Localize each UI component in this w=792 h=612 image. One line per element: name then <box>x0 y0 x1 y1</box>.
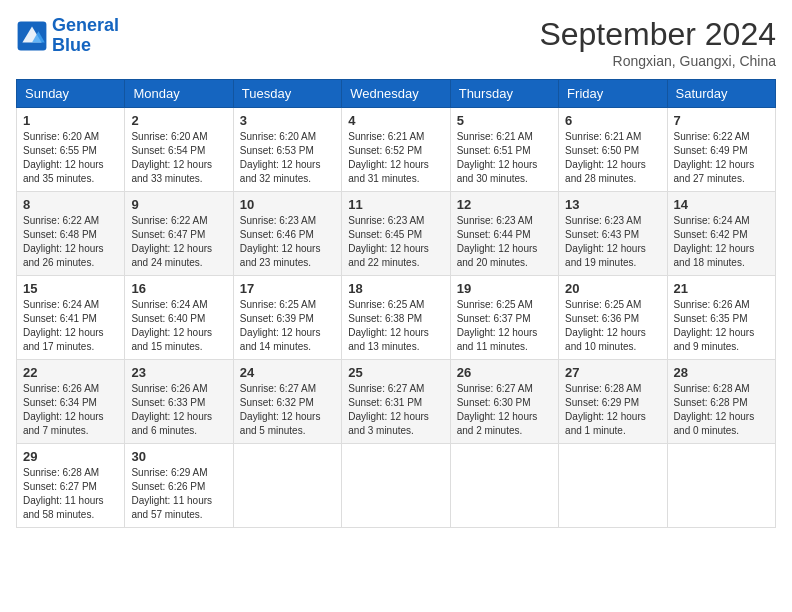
day-info: Sunrise: 6:26 AM Sunset: 6:33 PM Dayligh… <box>131 382 226 438</box>
calendar-cell: 26Sunrise: 6:27 AM Sunset: 6:30 PM Dayli… <box>450 360 558 444</box>
title-block: September 2024 Rongxian, Guangxi, China <box>539 16 776 69</box>
day-info: Sunrise: 6:27 AM Sunset: 6:31 PM Dayligh… <box>348 382 443 438</box>
day-number: 12 <box>457 197 552 212</box>
calendar-cell <box>450 444 558 528</box>
day-info: Sunrise: 6:22 AM Sunset: 6:48 PM Dayligh… <box>23 214 118 270</box>
day-number: 29 <box>23 449 118 464</box>
calendar-cell: 6Sunrise: 6:21 AM Sunset: 6:50 PM Daylig… <box>559 108 667 192</box>
day-number: 22 <box>23 365 118 380</box>
day-number: 18 <box>348 281 443 296</box>
calendar-cell: 1Sunrise: 6:20 AM Sunset: 6:55 PM Daylig… <box>17 108 125 192</box>
calendar-week-row: 29Sunrise: 6:28 AM Sunset: 6:27 PM Dayli… <box>17 444 776 528</box>
day-info: Sunrise: 6:27 AM Sunset: 6:30 PM Dayligh… <box>457 382 552 438</box>
day-info: Sunrise: 6:28 AM Sunset: 6:27 PM Dayligh… <box>23 466 118 522</box>
day-info: Sunrise: 6:25 AM Sunset: 6:36 PM Dayligh… <box>565 298 660 354</box>
calendar-cell: 3Sunrise: 6:20 AM Sunset: 6:53 PM Daylig… <box>233 108 341 192</box>
day-number: 19 <box>457 281 552 296</box>
day-number: 23 <box>131 365 226 380</box>
location: Rongxian, Guangxi, China <box>539 53 776 69</box>
day-number: 10 <box>240 197 335 212</box>
day-number: 5 <box>457 113 552 128</box>
day-info: Sunrise: 6:25 AM Sunset: 6:37 PM Dayligh… <box>457 298 552 354</box>
day-number: 14 <box>674 197 769 212</box>
calendar-cell: 22Sunrise: 6:26 AM Sunset: 6:34 PM Dayli… <box>17 360 125 444</box>
day-of-week-header: Friday <box>559 80 667 108</box>
day-info: Sunrise: 6:21 AM Sunset: 6:51 PM Dayligh… <box>457 130 552 186</box>
day-of-week-header: Thursday <box>450 80 558 108</box>
day-number: 26 <box>457 365 552 380</box>
day-number: 9 <box>131 197 226 212</box>
day-info: Sunrise: 6:21 AM Sunset: 6:52 PM Dayligh… <box>348 130 443 186</box>
day-number: 13 <box>565 197 660 212</box>
day-info: Sunrise: 6:27 AM Sunset: 6:32 PM Dayligh… <box>240 382 335 438</box>
calendar-cell: 19Sunrise: 6:25 AM Sunset: 6:37 PM Dayli… <box>450 276 558 360</box>
calendar-cell: 2Sunrise: 6:20 AM Sunset: 6:54 PM Daylig… <box>125 108 233 192</box>
day-info: Sunrise: 6:28 AM Sunset: 6:28 PM Dayligh… <box>674 382 769 438</box>
day-info: Sunrise: 6:23 AM Sunset: 6:46 PM Dayligh… <box>240 214 335 270</box>
day-info: Sunrise: 6:26 AM Sunset: 6:34 PM Dayligh… <box>23 382 118 438</box>
calendar-cell <box>233 444 341 528</box>
calendar-cell: 20Sunrise: 6:25 AM Sunset: 6:36 PM Dayli… <box>559 276 667 360</box>
calendar-cell: 18Sunrise: 6:25 AM Sunset: 6:38 PM Dayli… <box>342 276 450 360</box>
calendar-cell: 23Sunrise: 6:26 AM Sunset: 6:33 PM Dayli… <box>125 360 233 444</box>
day-number: 25 <box>348 365 443 380</box>
day-info: Sunrise: 6:25 AM Sunset: 6:39 PM Dayligh… <box>240 298 335 354</box>
logo-text: General Blue <box>52 16 119 56</box>
calendar-cell: 21Sunrise: 6:26 AM Sunset: 6:35 PM Dayli… <box>667 276 775 360</box>
day-of-week-header: Tuesday <box>233 80 341 108</box>
day-info: Sunrise: 6:23 AM Sunset: 6:44 PM Dayligh… <box>457 214 552 270</box>
day-info: Sunrise: 6:24 AM Sunset: 6:40 PM Dayligh… <box>131 298 226 354</box>
logo-line2: Blue <box>52 35 91 55</box>
calendar-cell <box>559 444 667 528</box>
calendar-cell: 5Sunrise: 6:21 AM Sunset: 6:51 PM Daylig… <box>450 108 558 192</box>
day-info: Sunrise: 6:23 AM Sunset: 6:45 PM Dayligh… <box>348 214 443 270</box>
calendar-cell: 24Sunrise: 6:27 AM Sunset: 6:32 PM Dayli… <box>233 360 341 444</box>
day-number: 6 <box>565 113 660 128</box>
calendar-table: SundayMondayTuesdayWednesdayThursdayFrid… <box>16 79 776 528</box>
day-number: 30 <box>131 449 226 464</box>
day-number: 15 <box>23 281 118 296</box>
logo-icon <box>16 20 48 52</box>
calendar-cell: 10Sunrise: 6:23 AM Sunset: 6:46 PM Dayli… <box>233 192 341 276</box>
day-number: 2 <box>131 113 226 128</box>
day-info: Sunrise: 6:24 AM Sunset: 6:41 PM Dayligh… <box>23 298 118 354</box>
calendar-cell <box>342 444 450 528</box>
day-number: 17 <box>240 281 335 296</box>
day-info: Sunrise: 6:23 AM Sunset: 6:43 PM Dayligh… <box>565 214 660 270</box>
calendar-header-row: SundayMondayTuesdayWednesdayThursdayFrid… <box>17 80 776 108</box>
calendar-cell: 12Sunrise: 6:23 AM Sunset: 6:44 PM Dayli… <box>450 192 558 276</box>
day-info: Sunrise: 6:22 AM Sunset: 6:49 PM Dayligh… <box>674 130 769 186</box>
logo: General Blue <box>16 16 119 56</box>
day-of-week-header: Saturday <box>667 80 775 108</box>
day-number: 8 <box>23 197 118 212</box>
calendar-cell: 4Sunrise: 6:21 AM Sunset: 6:52 PM Daylig… <box>342 108 450 192</box>
day-number: 28 <box>674 365 769 380</box>
day-number: 16 <box>131 281 226 296</box>
day-info: Sunrise: 6:25 AM Sunset: 6:38 PM Dayligh… <box>348 298 443 354</box>
calendar-cell: 30Sunrise: 6:29 AM Sunset: 6:26 PM Dayli… <box>125 444 233 528</box>
calendar-week-row: 8Sunrise: 6:22 AM Sunset: 6:48 PM Daylig… <box>17 192 776 276</box>
calendar-cell: 29Sunrise: 6:28 AM Sunset: 6:27 PM Dayli… <box>17 444 125 528</box>
month-title: September 2024 <box>539 16 776 53</box>
day-number: 7 <box>674 113 769 128</box>
day-info: Sunrise: 6:24 AM Sunset: 6:42 PM Dayligh… <box>674 214 769 270</box>
calendar-cell: 11Sunrise: 6:23 AM Sunset: 6:45 PM Dayli… <box>342 192 450 276</box>
calendar-cell: 9Sunrise: 6:22 AM Sunset: 6:47 PM Daylig… <box>125 192 233 276</box>
day-info: Sunrise: 6:20 AM Sunset: 6:55 PM Dayligh… <box>23 130 118 186</box>
calendar-cell: 15Sunrise: 6:24 AM Sunset: 6:41 PM Dayli… <box>17 276 125 360</box>
day-info: Sunrise: 6:22 AM Sunset: 6:47 PM Dayligh… <box>131 214 226 270</box>
calendar-cell: 14Sunrise: 6:24 AM Sunset: 6:42 PM Dayli… <box>667 192 775 276</box>
calendar-cell: 17Sunrise: 6:25 AM Sunset: 6:39 PM Dayli… <box>233 276 341 360</box>
calendar-cell: 8Sunrise: 6:22 AM Sunset: 6:48 PM Daylig… <box>17 192 125 276</box>
calendar-week-row: 1Sunrise: 6:20 AM Sunset: 6:55 PM Daylig… <box>17 108 776 192</box>
calendar-cell: 7Sunrise: 6:22 AM Sunset: 6:49 PM Daylig… <box>667 108 775 192</box>
day-number: 27 <box>565 365 660 380</box>
calendar-cell: 27Sunrise: 6:28 AM Sunset: 6:29 PM Dayli… <box>559 360 667 444</box>
calendar-cell: 28Sunrise: 6:28 AM Sunset: 6:28 PM Dayli… <box>667 360 775 444</box>
calendar-week-row: 15Sunrise: 6:24 AM Sunset: 6:41 PM Dayli… <box>17 276 776 360</box>
day-info: Sunrise: 6:29 AM Sunset: 6:26 PM Dayligh… <box>131 466 226 522</box>
logo-line1: General <box>52 15 119 35</box>
page-header: General Blue September 2024 Rongxian, Gu… <box>16 16 776 69</box>
day-number: 24 <box>240 365 335 380</box>
day-info: Sunrise: 6:26 AM Sunset: 6:35 PM Dayligh… <box>674 298 769 354</box>
